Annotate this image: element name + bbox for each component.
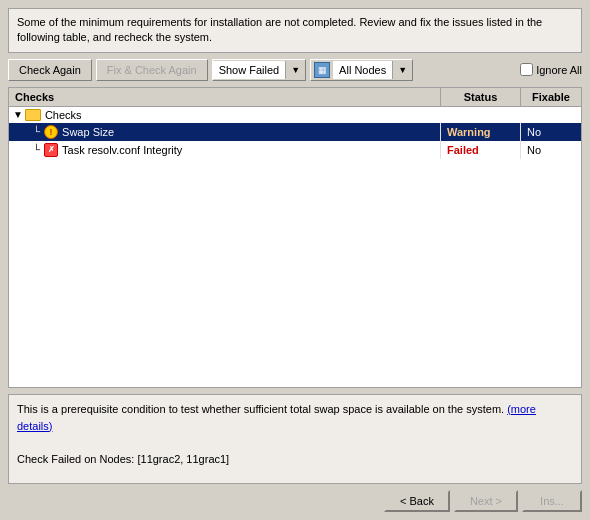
folder-icon bbox=[25, 109, 41, 121]
expand-icon[interactable]: ▼ bbox=[13, 109, 23, 120]
show-filter-arrow-icon[interactable]: ▼ bbox=[286, 62, 305, 78]
fix-check-again-button[interactable]: Fix & Check Again bbox=[96, 59, 208, 81]
table-row[interactable]: └ ! Swap Size Warning No bbox=[9, 123, 581, 141]
status-text: This is a prerequisite condition to test… bbox=[17, 403, 504, 415]
nodes-grid-icon: ▦ bbox=[314, 62, 330, 78]
check-again-button[interactable]: Check Again bbox=[8, 59, 92, 81]
col-header-checks: Checks bbox=[9, 88, 441, 106]
table-row[interactable]: └ ✗ Task resolv.conf Integrity Failed No bbox=[9, 141, 581, 159]
description-text: Some of the minimum requirements for ins… bbox=[17, 16, 542, 43]
fixable-value-2: No bbox=[527, 144, 541, 156]
fixable-value-1: No bbox=[527, 126, 541, 138]
next-button[interactable]: Next > bbox=[454, 490, 518, 512]
tree-line-icon-2: └ bbox=[33, 144, 40, 155]
show-filter-value: Show Failed bbox=[213, 61, 287, 79]
check-failed-text: Check Failed on Nodes: [11grac2, 11grac1… bbox=[17, 453, 229, 465]
ignore-all-checkbox[interactable] bbox=[520, 63, 533, 76]
show-filter-dropdown[interactable]: Show Failed ▼ bbox=[212, 59, 306, 81]
install-button[interactable]: Ins... bbox=[522, 490, 582, 512]
row-1-name: Swap Size bbox=[62, 126, 114, 138]
status-area: This is a prerequisite condition to test… bbox=[8, 394, 582, 484]
col-header-fixable: Fixable bbox=[521, 88, 581, 106]
col-header-status: Status bbox=[441, 88, 521, 106]
status-badge-2: Failed bbox=[447, 144, 479, 156]
cell-status-2: Failed bbox=[441, 141, 521, 159]
table-header: Checks Status Fixable bbox=[9, 88, 581, 107]
checks-group-row[interactable]: ▼ Checks bbox=[9, 107, 581, 123]
cell-fixable-2: No bbox=[521, 141, 581, 159]
ignore-all-checkbox-label[interactable]: Ignore All bbox=[520, 63, 582, 76]
checks-table: Checks Status Fixable ▼ Checks └ ! Swap … bbox=[8, 87, 582, 388]
nodes-arrow-icon[interactable]: ▼ bbox=[393, 62, 412, 78]
ignore-all-label: Ignore All bbox=[536, 64, 582, 76]
status-badge-1: Warning bbox=[447, 126, 491, 138]
toolbar: Check Again Fix & Check Again Show Faile… bbox=[8, 59, 582, 81]
nodes-value: All Nodes bbox=[333, 61, 393, 79]
nodes-dropdown[interactable]: ▦ All Nodes ▼ bbox=[310, 59, 413, 81]
bottom-toolbar: < Back Next > Ins... bbox=[8, 490, 582, 512]
cell-status-1: Warning bbox=[441, 123, 521, 141]
back-button[interactable]: < Back bbox=[384, 490, 450, 512]
tree-line-icon: └ bbox=[33, 126, 40, 137]
warning-icon: ! bbox=[44, 125, 58, 139]
cell-checks-2: └ ✗ Task resolv.conf Integrity bbox=[9, 141, 441, 159]
description-box: Some of the minimum requirements for ins… bbox=[8, 8, 582, 53]
error-icon: ✗ bbox=[44, 143, 58, 157]
cell-fixable-1: No bbox=[521, 123, 581, 141]
cell-checks-1: └ ! Swap Size bbox=[9, 123, 441, 141]
table-body: ▼ Checks └ ! Swap Size Warning No bbox=[9, 107, 581, 387]
row-2-name: Task resolv.conf Integrity bbox=[62, 144, 182, 156]
group-label: Checks bbox=[45, 109, 82, 121]
